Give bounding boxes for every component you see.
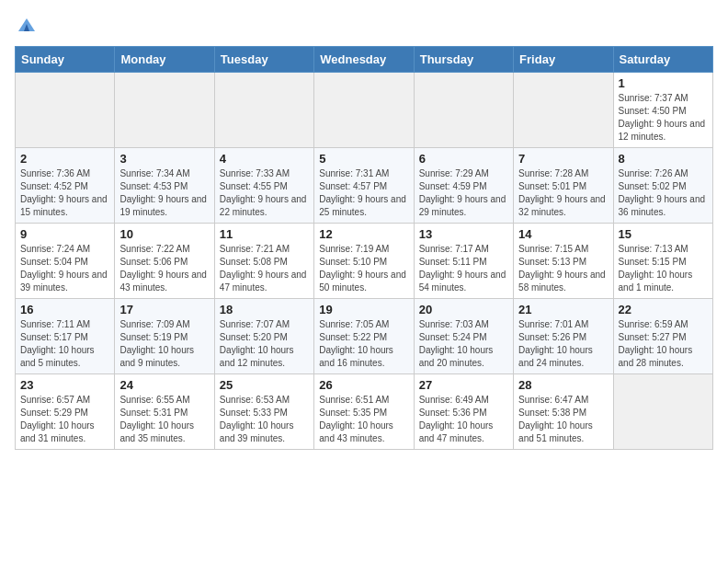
calendar-week-2: 2Sunrise: 7:36 AM Sunset: 4:52 PM Daylig… <box>16 148 713 224</box>
day-info: Sunrise: 6:49 AM Sunset: 5:36 PM Dayligh… <box>419 394 508 445</box>
calendar-cell: 13Sunrise: 7:17 AM Sunset: 5:11 PM Dayli… <box>414 224 513 299</box>
calendar-cell: 8Sunrise: 7:26 AM Sunset: 5:02 PM Daylig… <box>613 148 712 224</box>
day-number: 6 <box>419 152 508 166</box>
day-number: 4 <box>220 152 309 166</box>
day-number: 27 <box>419 378 508 392</box>
day-info: Sunrise: 7:03 AM Sunset: 5:24 PM Dayligh… <box>419 318 508 370</box>
weekday-header-saturday: Saturday <box>613 47 712 73</box>
calendar-cell: 27Sunrise: 6:49 AM Sunset: 5:36 PM Dayli… <box>414 374 513 450</box>
weekday-header-friday: Friday <box>514 47 613 73</box>
calendar-cell <box>214 73 313 148</box>
calendar-cell <box>613 374 712 450</box>
calendar-cell: 23Sunrise: 6:57 AM Sunset: 5:29 PM Dayli… <box>16 374 115 450</box>
day-info: Sunrise: 6:57 AM Sunset: 5:29 PM Dayligh… <box>20 394 109 445</box>
calendar-cell <box>414 73 513 148</box>
day-number: 21 <box>518 303 608 316</box>
calendar-cell: 4Sunrise: 7:33 AM Sunset: 4:55 PM Daylig… <box>214 148 313 224</box>
calendar-cell: 25Sunrise: 6:53 AM Sunset: 5:33 PM Dayli… <box>214 374 313 450</box>
day-info: Sunrise: 6:47 AM Sunset: 5:38 PM Dayligh… <box>518 394 608 445</box>
day-number: 23 <box>20 378 109 392</box>
day-info: Sunrise: 7:26 AM Sunset: 5:02 PM Dayligh… <box>619 167 708 219</box>
calendar-cell <box>314 73 414 148</box>
calendar-cell: 28Sunrise: 6:47 AM Sunset: 5:38 PM Dayli… <box>514 374 613 450</box>
day-info: Sunrise: 7:33 AM Sunset: 4:55 PM Dayligh… <box>220 167 309 219</box>
calendar-cell: 6Sunrise: 7:29 AM Sunset: 4:59 PM Daylig… <box>414 148 513 224</box>
day-info: Sunrise: 7:05 AM Sunset: 5:22 PM Dayligh… <box>319 318 408 370</box>
calendar-cell: 2Sunrise: 7:36 AM Sunset: 4:52 PM Daylig… <box>16 148 115 224</box>
day-info: Sunrise: 7:19 AM Sunset: 5:10 PM Dayligh… <box>319 243 408 294</box>
calendar-cell: 1Sunrise: 7:37 AM Sunset: 4:50 PM Daylig… <box>613 73 712 148</box>
day-info: Sunrise: 7:36 AM Sunset: 4:52 PM Dayligh… <box>20 167 109 219</box>
day-info: Sunrise: 7:28 AM Sunset: 5:01 PM Dayligh… <box>518 167 608 219</box>
day-number: 22 <box>619 303 708 316</box>
day-info: Sunrise: 7:15 AM Sunset: 5:13 PM Dayligh… <box>518 243 608 294</box>
weekday-header-sunday: Sunday <box>16 47 115 73</box>
day-info: Sunrise: 7:21 AM Sunset: 5:08 PM Dayligh… <box>220 243 309 294</box>
logo-icon <box>17 15 37 35</box>
day-number: 14 <box>518 227 608 241</box>
calendar-cell: 18Sunrise: 7:07 AM Sunset: 5:20 PM Dayli… <box>214 299 313 374</box>
calendar-cell: 26Sunrise: 6:51 AM Sunset: 5:35 PM Dayli… <box>314 374 414 450</box>
logo <box>15 15 37 35</box>
day-info: Sunrise: 7:09 AM Sunset: 5:19 PM Dayligh… <box>119 318 209 370</box>
calendar-cell: 3Sunrise: 7:34 AM Sunset: 4:53 PM Daylig… <box>115 148 214 224</box>
day-number: 18 <box>220 303 309 316</box>
calendar-cell <box>115 73 214 148</box>
day-info: Sunrise: 7:17 AM Sunset: 5:11 PM Dayligh… <box>419 243 508 294</box>
day-info: Sunrise: 7:29 AM Sunset: 4:59 PM Dayligh… <box>419 167 508 219</box>
day-info: Sunrise: 7:24 AM Sunset: 5:04 PM Dayligh… <box>20 243 109 294</box>
day-info: Sunrise: 7:01 AM Sunset: 5:26 PM Dayligh… <box>518 318 608 370</box>
day-number: 7 <box>518 152 608 166</box>
day-number: 13 <box>419 227 508 241</box>
day-number: 5 <box>319 152 408 166</box>
calendar-cell: 24Sunrise: 6:55 AM Sunset: 5:31 PM Dayli… <box>115 374 214 450</box>
weekday-header-thursday: Thursday <box>414 47 513 73</box>
day-info: Sunrise: 6:59 AM Sunset: 5:27 PM Dayligh… <box>619 318 708 370</box>
calendar-cell: 16Sunrise: 7:11 AM Sunset: 5:17 PM Dayli… <box>16 299 115 374</box>
day-number: 2 <box>20 152 109 166</box>
calendar-cell: 22Sunrise: 6:59 AM Sunset: 5:27 PM Dayli… <box>613 299 712 374</box>
calendar-cell: 7Sunrise: 7:28 AM Sunset: 5:01 PM Daylig… <box>514 148 613 224</box>
calendar-cell: 9Sunrise: 7:24 AM Sunset: 5:04 PM Daylig… <box>16 224 115 299</box>
calendar-cell <box>514 73 613 148</box>
calendar-week-1: 1Sunrise: 7:37 AM Sunset: 4:50 PM Daylig… <box>16 73 713 148</box>
day-number: 24 <box>119 378 209 392</box>
day-number: 19 <box>319 303 408 316</box>
calendar-table: SundayMondayTuesdayWednesdayThursdayFrid… <box>15 46 713 450</box>
day-number: 8 <box>619 152 708 166</box>
calendar-cell: 14Sunrise: 7:15 AM Sunset: 5:13 PM Dayli… <box>514 224 613 299</box>
day-number: 20 <box>419 303 508 316</box>
calendar-cell: 19Sunrise: 7:05 AM Sunset: 5:22 PM Dayli… <box>314 299 414 374</box>
weekday-header-monday: Monday <box>115 47 214 73</box>
day-number: 1 <box>619 76 708 90</box>
day-info: Sunrise: 7:34 AM Sunset: 4:53 PM Dayligh… <box>119 167 209 219</box>
day-info: Sunrise: 7:07 AM Sunset: 5:20 PM Dayligh… <box>220 318 309 370</box>
calendar-cell: 15Sunrise: 7:13 AM Sunset: 5:15 PM Dayli… <box>613 224 712 299</box>
day-number: 12 <box>319 227 408 241</box>
calendar-cell: 11Sunrise: 7:21 AM Sunset: 5:08 PM Dayli… <box>214 224 313 299</box>
calendar-cell: 20Sunrise: 7:03 AM Sunset: 5:24 PM Dayli… <box>414 299 513 374</box>
day-number: 25 <box>220 378 309 392</box>
day-number: 10 <box>119 227 209 241</box>
calendar-cell: 21Sunrise: 7:01 AM Sunset: 5:26 PM Dayli… <box>514 299 613 374</box>
weekday-header-wednesday: Wednesday <box>314 47 414 73</box>
day-info: Sunrise: 6:53 AM Sunset: 5:33 PM Dayligh… <box>220 394 309 445</box>
day-number: 15 <box>619 227 708 241</box>
day-number: 16 <box>20 303 109 316</box>
day-number: 28 <box>518 378 608 392</box>
day-info: Sunrise: 7:37 AM Sunset: 4:50 PM Dayligh… <box>619 92 708 144</box>
calendar-cell: 17Sunrise: 7:09 AM Sunset: 5:19 PM Dayli… <box>115 299 214 374</box>
day-number: 3 <box>119 152 209 166</box>
day-info: Sunrise: 7:22 AM Sunset: 5:06 PM Dayligh… <box>119 243 209 294</box>
page-header <box>15 15 713 35</box>
day-info: Sunrise: 7:11 AM Sunset: 5:17 PM Dayligh… <box>20 318 109 370</box>
day-number: 9 <box>20 227 109 241</box>
day-number: 26 <box>319 378 408 392</box>
calendar-header-row: SundayMondayTuesdayWednesdayThursdayFrid… <box>16 47 713 73</box>
calendar-cell: 5Sunrise: 7:31 AM Sunset: 4:57 PM Daylig… <box>314 148 414 224</box>
day-info: Sunrise: 7:31 AM Sunset: 4:57 PM Dayligh… <box>319 167 408 219</box>
day-number: 17 <box>119 303 209 316</box>
day-info: Sunrise: 6:51 AM Sunset: 5:35 PM Dayligh… <box>319 394 408 445</box>
day-info: Sunrise: 7:13 AM Sunset: 5:15 PM Dayligh… <box>619 243 708 294</box>
calendar-cell: 12Sunrise: 7:19 AM Sunset: 5:10 PM Dayli… <box>314 224 414 299</box>
